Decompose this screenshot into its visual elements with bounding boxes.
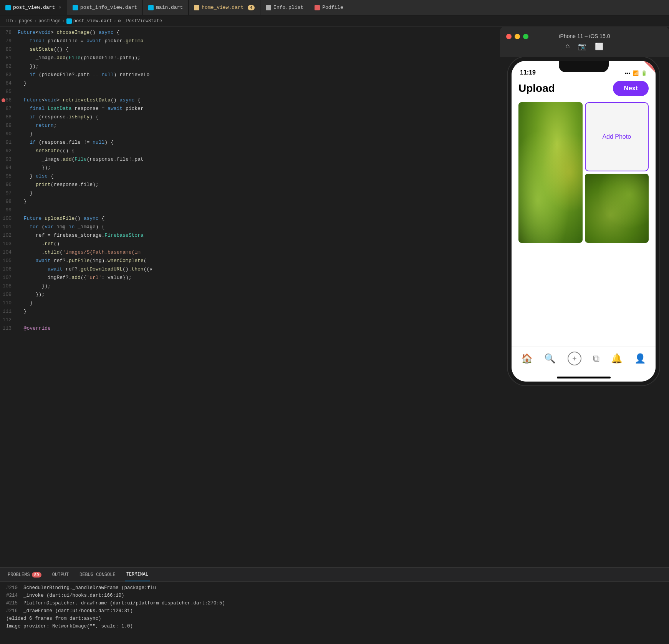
dart-file-icon [66, 18, 72, 24]
photo-cell-2[interactable] [585, 174, 649, 243]
tab-badge: 4 [248, 5, 255, 10]
sim-titlebar: iPhone 11 – iOS 15.0 ⌂ 📷 ⬜ [500, 27, 669, 57]
profile-nav-icon[interactable]: 👤 [634, 353, 646, 364]
camera-sim-icon[interactable]: 📷 [578, 42, 586, 51]
battery-icon: 🔋 [641, 70, 647, 76]
wifi-icon: ▪▪▪ [625, 70, 630, 76]
breadcrumb-pages[interactable]: pages [19, 18, 33, 24]
phone-header: Upload Next [512, 78, 656, 99]
search-nav-icon[interactable]: 🔍 [544, 353, 556, 364]
add-nav-icon[interactable]: + [568, 352, 581, 365]
terminal-line-2: #214 _invoke (dart:ui/hooks.dart:166:10) [6, 592, 663, 599]
status-time: 11:19 [520, 69, 536, 76]
home-indicator [512, 373, 656, 382]
tab-label-5: Info.plist [273, 5, 303, 10]
editor-area: 78 Future<void> chooseImage() async { 79… [0, 27, 669, 567]
photo-grid: Add Photo [512, 99, 656, 246]
window-controls [506, 34, 528, 39]
breadcrumb-file[interactable]: post_view.dart [73, 18, 112, 24]
close-window-button[interactable] [506, 34, 512, 39]
content-spacer [512, 246, 656, 347]
terminal-line-4: #216 _drawFrame (dart:ui/hooks.dart:129:… [6, 607, 663, 615]
sim-toolbar: ⌂ 📷 ⬜ [566, 42, 604, 51]
terminal-line-1: #210 SchedulerBinding._handleDrawFrame (… [6, 584, 663, 592]
dart-icon-2 [73, 5, 78, 10]
add-photo-cell[interactable]: Add Photo [585, 102, 649, 171]
minimize-window-button[interactable] [515, 34, 520, 39]
phone-frame: DEMO 11:19 ▪▪▪ 📶 🔋 Upload Ne [508, 57, 659, 385]
signal-icon: 📶 [633, 70, 639, 76]
plist-icon [266, 5, 271, 10]
phone-nav: 🏠 🔍 + ⧉ 🔔 👤 [512, 347, 656, 373]
tab-info-plist[interactable]: Info.plist [260, 0, 309, 15]
maximize-window-button[interactable] [523, 34, 528, 39]
panel-tab-terminal[interactable]: TERMINAL [125, 568, 150, 581]
breadcrumb-postpage[interactable]: postPage [38, 18, 61, 24]
panel-tab-debug-console[interactable]: DEBUG CONSOLE [78, 568, 117, 581]
rotate-sim-icon[interactable]: ⬜ [595, 42, 603, 51]
tab-main-dart[interactable]: main.dart [143, 0, 189, 15]
photo-cell-1[interactable] [518, 102, 583, 243]
podfile-icon [315, 5, 320, 10]
phone-screen: 11:19 ▪▪▪ 📶 🔋 Upload Next [512, 61, 656, 382]
add-photo-label: Add Photo [602, 133, 631, 140]
copy-nav-icon[interactable]: ⧉ [593, 353, 599, 364]
next-button[interactable]: Next [613, 81, 649, 96]
breadcrumb-lib[interactable]: lib [5, 18, 13, 24]
tab-post-view-dart[interactable]: post_view.dart × [0, 0, 67, 15]
panel-tabs: PROBLEMS 89 OUTPUT DEBUG CONSOLE TERMINA… [0, 568, 669, 582]
panel-tab-problems[interactable]: PROBLEMS 89 [6, 568, 43, 581]
problems-badge: 89 [32, 572, 41, 578]
upload-title: Upload [518, 82, 555, 95]
dart-icon-4 [194, 5, 199, 10]
tab-post-info-view-dart[interactable]: post_info_view.dart [67, 0, 143, 15]
dart-icon [5, 5, 11, 10]
sim-device-title: iPhone 11 – iOS 15.0 [559, 33, 610, 39]
tab-home-view-dart[interactable]: home_view.dart 4 [189, 0, 260, 15]
tab-label-4: home_view.dart [202, 5, 243, 10]
tab-close-button[interactable]: × [59, 5, 61, 10]
bell-nav-icon[interactable]: 🔔 [611, 353, 623, 364]
terminal-line-3: #215 PlatformDispatcher._drawFrame (dart… [6, 599, 663, 607]
panel-tab-output[interactable]: OUTPUT [51, 568, 70, 581]
tab-label-6: Podfile [322, 5, 343, 10]
phone-status-bar: 11:19 ▪▪▪ 📶 🔋 [512, 61, 656, 78]
tab-label: post_view.dart [13, 5, 55, 10]
simulator-container: iPhone 11 – iOS 15.0 ⌂ 📷 ⬜ DEMO 11:19 ▪▪… [500, 27, 669, 396]
terminal-output: #210 SchedulerBinding._handleDrawFrame (… [0, 582, 669, 644]
breadcrumb: lib › pages › postPage › post_view.dart … [0, 15, 669, 27]
tab-label-3: main.dart [156, 5, 183, 10]
home-bar [557, 377, 611, 378]
tab-bar: post_view.dart × post_info_view.dart mai… [0, 0, 669, 15]
tab-label-2: post_info_view.dart [80, 5, 137, 10]
bottom-panel: PROBLEMS 89 OUTPUT DEBUG CONSOLE TERMINA… [0, 567, 669, 644]
terminal-line-7: Image provider: NetworkImage("", scale: … [6, 622, 663, 630]
terminal-line-5: (elided 6 frames from dart:async) [6, 615, 663, 622]
home-sim-icon[interactable]: ⌂ [566, 42, 570, 51]
status-icons: ▪▪▪ 📶 🔋 [625, 70, 647, 76]
home-nav-icon[interactable]: 🏠 [521, 353, 533, 364]
main-area: 78 Future<void> chooseImage() async { 79… [0, 27, 669, 567]
error-indicator [2, 98, 5, 102]
tab-podfile[interactable]: Podfile [309, 0, 349, 15]
breadcrumb-state[interactable]: ⚙ _PostViewState [118, 18, 162, 24]
dart-icon-3 [148, 5, 154, 10]
